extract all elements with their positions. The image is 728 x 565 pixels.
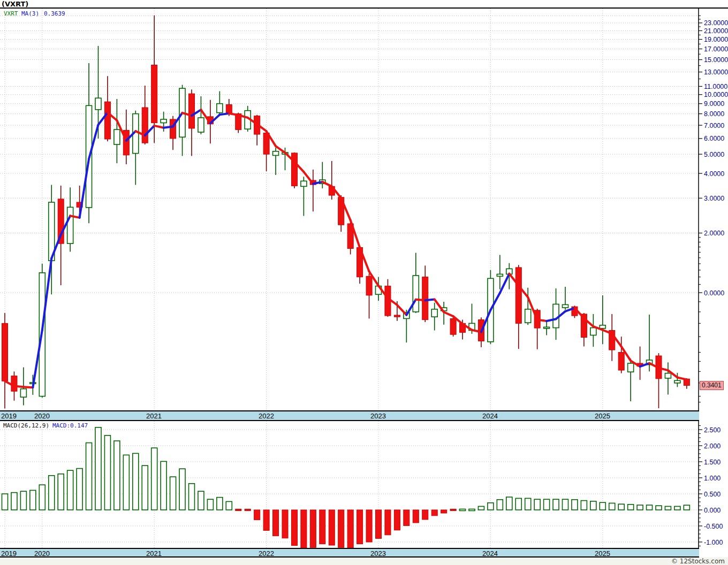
x-axis-band-top: 2019202020212022202320242025	[0, 410, 699, 421]
svg-text:17.0000: 17.0000	[704, 45, 728, 53]
svg-text:3.0000: 3.0000	[704, 195, 724, 202]
svg-text:7.0000: 7.0000	[704, 122, 724, 129]
svg-text:13.0000: 13.0000	[704, 68, 728, 76]
year-label-2025: 2025	[595, 412, 610, 420]
year-label-2024: 2024	[482, 412, 498, 420]
year-label-2023: 2023	[370, 412, 386, 420]
year-label-2020: 2020	[34, 412, 50, 420]
macd-plot: 2.5002.0001.5001.0000.5000.000-0.500-1.0…	[0, 421, 723, 548]
svg-text:6.0000: 6.0000	[704, 135, 724, 142]
macd-histogram-chart: 2.5002.0001.5001.0000.5000.000-0.500-1.0…	[0, 421, 728, 548]
svg-text:0.000: 0.000	[704, 507, 721, 514]
svg-text:-0.500: -0.500	[704, 523, 723, 530]
svg-text:19.0000: 19.0000	[704, 36, 728, 43]
page-title: (VXRT)	[2, 0, 28, 8]
year-label-2019: 2019	[1, 412, 17, 420]
x-axis-band-bottom: 2019202020212022202320242025	[0, 548, 699, 558]
svg-text:0.0000: 0.0000	[704, 289, 724, 297]
year-label-2024: 2024	[482, 549, 498, 558]
svg-text:2.500: 2.500	[704, 426, 721, 434]
price-plot: 23.000021.000019.000017.000015.000013.00…	[0, 9, 728, 410]
stock-chart-page: { "title": "(VXRT)", "legend": { "symbol…	[0, 0, 728, 565]
svg-text:-1.000: -1.000	[704, 539, 723, 546]
copyright-label: © 12Stocks.com	[671, 558, 725, 565]
svg-text:9.0000: 9.0000	[704, 100, 724, 108]
year-label-2019: 2019	[1, 549, 17, 558]
svg-text:2.0000: 2.0000	[704, 230, 724, 237]
window-title-bar: (VXRT)	[0, 0, 728, 9]
svg-text:1.000: 1.000	[704, 475, 721, 482]
svg-text:0.500: 0.500	[704, 491, 721, 498]
last-price-tag: 0.3401	[700, 381, 724, 390]
svg-text:21.0000: 21.0000	[704, 27, 728, 35]
svg-text:15.0000: 15.0000	[704, 56, 728, 64]
svg-text:5.0000: 5.0000	[704, 151, 724, 158]
price-candlestick-chart: 23.000021.000019.000017.000015.000013.00…	[0, 9, 728, 410]
svg-text:8.0000: 8.0000	[704, 110, 724, 118]
svg-text:1.500: 1.500	[704, 459, 721, 466]
year-label-2025: 2025	[595, 549, 610, 558]
svg-text:11.0000: 11.0000	[704, 83, 727, 90]
svg-text:4.0000: 4.0000	[704, 170, 724, 178]
year-label-2021: 2021	[146, 549, 162, 558]
year-label-2022: 2022	[259, 412, 274, 420]
year-label-2022: 2022	[259, 549, 274, 558]
svg-text:23.0000: 23.0000	[704, 19, 728, 27]
year-label-2023: 2023	[370, 549, 386, 558]
svg-text:2.000: 2.000	[704, 442, 721, 450]
year-label-2021: 2021	[146, 412, 162, 420]
svg-text:10.0000: 10.0000	[704, 91, 728, 98]
year-label-2020: 2020	[34, 549, 50, 558]
footer-bar: © 12Stocks.com	[0, 558, 728, 565]
